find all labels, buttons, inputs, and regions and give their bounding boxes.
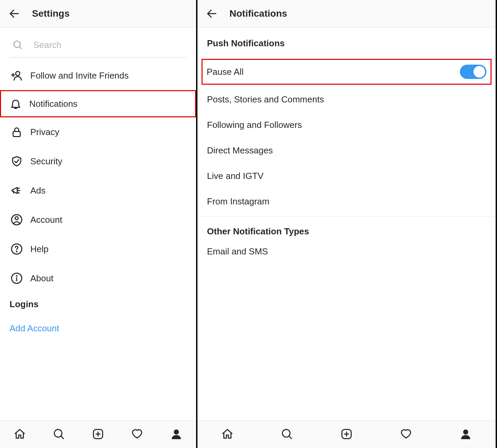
notif-row-email-sms[interactable]: Email and SMS (197, 239, 496, 264)
bottom-nav-left (0, 421, 196, 448)
nav-add[interactable] (340, 428, 353, 442)
push-section: Push Notifications (197, 27, 496, 57)
notif-row-label: Posts, Stories and Comments (207, 94, 324, 104)
help-icon (11, 243, 23, 255)
search-wrap (0, 27, 196, 61)
nav-activity[interactable] (131, 428, 143, 442)
heart-icon (131, 428, 143, 442)
notif-row-label: Direct Messages (207, 145, 273, 155)
svg-line-16 (61, 436, 64, 439)
nav-search[interactable] (281, 428, 293, 442)
notif-row-direct[interactable]: Direct Messages (197, 138, 496, 163)
bell-icon (10, 98, 22, 110)
menu-item-label: Privacy (30, 127, 59, 137)
add-account-link[interactable]: Add Account (0, 313, 196, 344)
svg-point-11 (16, 251, 17, 252)
arrow-left-icon (8, 7, 20, 20)
menu-item-ads[interactable]: Ads (0, 176, 196, 205)
svg-point-9 (15, 217, 18, 220)
notif-row-label: Email and SMS (207, 246, 268, 256)
notifications-title: Notifications (229, 8, 287, 19)
menu-item-label: Notifications (29, 99, 78, 109)
search-input[interactable] (33, 40, 185, 50)
nav-add[interactable] (92, 428, 104, 442)
settings-header: Settings (0, 0, 196, 27)
user-plus-icon (11, 69, 23, 82)
divider (197, 216, 496, 217)
nav-home[interactable] (14, 428, 26, 442)
plus-square-icon (92, 428, 104, 442)
settings-content: Follow and Invite Friends Notifications … (0, 27, 196, 421)
notif-row-label: Pause All (207, 67, 243, 77)
profile-icon (460, 428, 472, 442)
nav-profile[interactable] (460, 428, 472, 442)
menu-item-notifications[interactable]: Notifications (0, 90, 196, 117)
plus-square-icon (340, 428, 353, 442)
svg-point-3 (16, 71, 20, 76)
nav-search[interactable] (53, 428, 65, 442)
back-button-notifications[interactable] (206, 7, 218, 20)
search-icon (53, 428, 65, 442)
menu-item-label: Account (30, 215, 62, 225)
home-icon (221, 428, 234, 442)
search-bar[interactable] (10, 35, 187, 57)
notif-row-label: From Instagram (207, 196, 270, 206)
shield-icon (11, 155, 23, 167)
menu-item-label: About (30, 273, 53, 284)
bottom-nav-right (197, 421, 496, 448)
arrow-left-icon (206, 7, 218, 20)
menu-item-label: Follow and Invite Friends (30, 70, 129, 81)
nav-profile[interactable] (170, 428, 182, 442)
toggle-knob (474, 66, 485, 78)
notif-row-from-ig[interactable]: From Instagram (197, 189, 496, 214)
notif-row-live[interactable]: Live and IGTV (197, 163, 496, 189)
heart-icon (400, 428, 412, 442)
menu-item-account[interactable]: Account (0, 205, 196, 234)
profile-icon (170, 428, 182, 442)
notif-row-label: Live and IGTV (207, 171, 263, 181)
menu-item-label: Help (30, 244, 48, 254)
megaphone-icon (11, 184, 23, 197)
menu-item-security[interactable]: Security (0, 147, 196, 176)
svg-rect-7 (13, 132, 20, 137)
logins-section-title: Logins (0, 293, 196, 313)
nav-activity[interactable] (400, 428, 412, 442)
search-icon (12, 39, 24, 51)
search-icon (281, 428, 293, 442)
notif-row-following[interactable]: Following and Followers (197, 112, 496, 138)
settings-title: Settings (32, 8, 69, 19)
nav-home[interactable] (221, 428, 234, 442)
notifications-content: Push Notifications Pause All Posts, Stor… (197, 27, 496, 421)
svg-point-27 (463, 429, 468, 434)
info-icon (11, 272, 23, 284)
menu-item-privacy[interactable]: Privacy (0, 117, 196, 147)
notif-row-posts[interactable]: Posts, Stories and Comments (197, 87, 496, 112)
svg-line-2 (19, 47, 21, 49)
home-icon (14, 428, 26, 442)
menu-item-label: Ads (30, 185, 46, 196)
lock-icon (11, 126, 23, 138)
back-button-settings[interactable] (8, 7, 20, 20)
other-section-title: Other Notification Types (197, 219, 496, 239)
push-section-title: Push Notifications (207, 38, 486, 49)
menu-item-label: Security (30, 156, 62, 167)
settings-pane: Settings Follow and Invite Friends Notif… (0, 0, 197, 448)
user-circle-icon (11, 214, 23, 226)
notifications-pane: Notifications Push Notifications Pause A… (197, 0, 497, 448)
menu-item-help[interactable]: Help (0, 234, 196, 264)
svg-point-20 (174, 429, 179, 434)
menu-item-about[interactable]: About (0, 264, 196, 293)
svg-point-14 (16, 276, 17, 276)
notif-row-label: Following and Followers (207, 120, 302, 130)
menu-item-follow[interactable]: Follow and Invite Friends (0, 61, 196, 90)
notif-row-pause-all[interactable]: Pause All (202, 59, 492, 85)
notifications-header: Notifications (197, 0, 496, 27)
pause-all-toggle[interactable] (460, 65, 486, 79)
svg-line-23 (289, 436, 292, 439)
